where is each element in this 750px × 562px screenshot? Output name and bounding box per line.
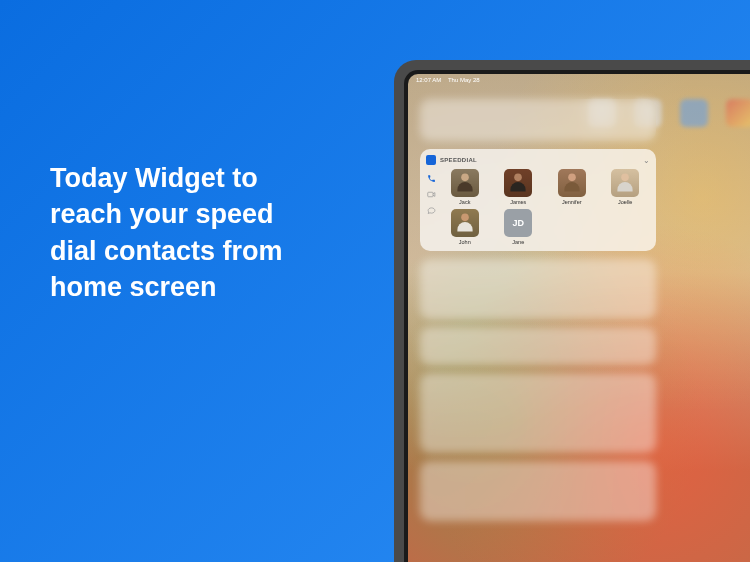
avatar — [451, 169, 479, 197]
tablet-device-frame: 12:07 AM Thu May 28 SPEEDDIAL ⌄ — [394, 60, 750, 562]
widget-blurred[interactable] — [420, 99, 656, 141]
contact-label: Jane — [512, 239, 524, 245]
widget-body: Jack James Jennifer — [426, 169, 650, 245]
contact-label: Jack — [459, 199, 470, 205]
widget-header: SPEEDDIAL ⌄ — [426, 155, 650, 165]
avatar-initials: JD — [504, 209, 532, 237]
widget-blurred[interactable] — [420, 327, 656, 365]
contact-jennifer[interactable]: Jennifer — [547, 169, 597, 205]
speeddial-widget: SPEEDDIAL ⌄ — [420, 149, 656, 251]
status-bar: 12:07 AM Thu May 28 — [416, 77, 480, 83]
contact-jack[interactable]: Jack — [440, 169, 490, 205]
contacts-grid: Jack James Jennifer — [440, 169, 650, 245]
widget-action-rail — [426, 169, 436, 245]
widget-blurred[interactable] — [420, 373, 656, 453]
contact-joelle[interactable]: Joelle — [601, 169, 651, 205]
chevron-down-icon[interactable]: ⌄ — [643, 156, 650, 165]
widget-blurred[interactable] — [420, 259, 656, 319]
contact-jane[interactable]: JD Jane — [494, 209, 544, 245]
today-widgets-column: SPEEDDIAL ⌄ — [420, 99, 656, 521]
video-icon[interactable] — [426, 189, 436, 199]
contact-label: James — [510, 199, 526, 205]
phone-icon[interactable] — [426, 173, 436, 183]
contact-label: Jennifer — [562, 199, 582, 205]
marketing-headline: Today Widget to reach your speed dial co… — [50, 160, 310, 306]
avatar — [504, 169, 532, 197]
avatar — [558, 169, 586, 197]
contact-john[interactable]: John — [440, 209, 490, 245]
widget-blurred[interactable] — [420, 461, 656, 521]
contact-label: John — [459, 239, 471, 245]
message-icon[interactable] — [426, 205, 436, 215]
svg-rect-0 — [427, 192, 432, 197]
avatar — [611, 169, 639, 197]
contact-label: Joelle — [618, 199, 632, 205]
contact-james[interactable]: James — [494, 169, 544, 205]
avatar — [451, 209, 479, 237]
speeddial-app-icon — [426, 155, 436, 165]
tablet-bezel: 12:07 AM Thu May 28 SPEEDDIAL ⌄ — [404, 70, 750, 562]
tablet-screen: 12:07 AM Thu May 28 SPEEDDIAL ⌄ — [408, 74, 750, 562]
app-icon-blurred[interactable] — [726, 99, 750, 127]
status-date: Thu May 28 — [448, 77, 480, 83]
status-time: 12:07 AM — [416, 77, 441, 83]
widget-title: SPEEDDIAL — [440, 157, 477, 163]
app-icon-blurred[interactable] — [680, 99, 708, 127]
